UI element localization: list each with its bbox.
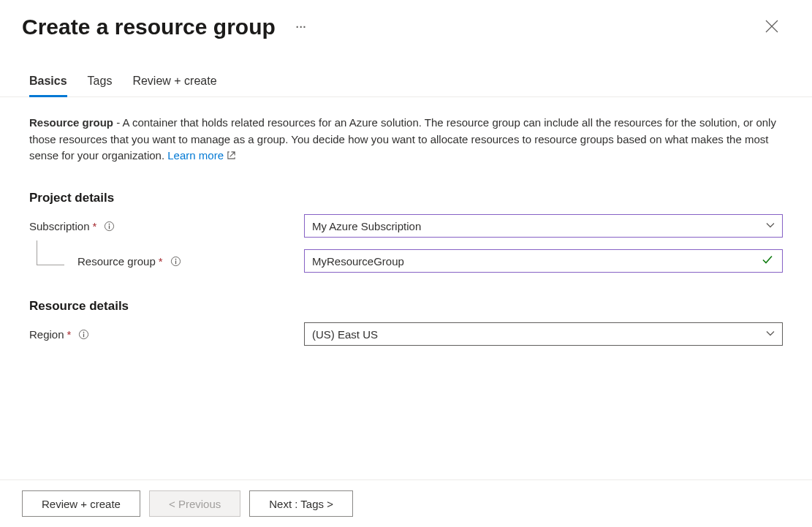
description-body: - A container that holds related resourc…: [29, 116, 776, 162]
section-project-details: Project details: [29, 191, 783, 205]
more-actions-button[interactable]: ···: [293, 18, 310, 36]
tab-basics[interactable]: Basics: [29, 75, 67, 97]
svg-rect-8: [83, 333, 84, 337]
external-link-icon: [227, 148, 236, 165]
resource-group-value: MyResourceGroup: [312, 255, 404, 268]
info-icon[interactable]: [78, 329, 89, 340]
review-create-button[interactable]: Review + create: [22, 490, 140, 517]
resource-group-label: Resource group *: [29, 255, 304, 268]
footer: Review + create < Previous Next : Tags >: [0, 479, 812, 527]
subscription-value: My Azure Subscription: [312, 220, 421, 232]
required-asterisk: *: [67, 328, 72, 341]
region-value: (US) East US: [312, 328, 378, 341]
next-button[interactable]: Next : Tags >: [249, 490, 353, 517]
previous-button: < Previous: [149, 490, 240, 517]
section-resource-details: Resource details: [29, 299, 783, 314]
tab-tags[interactable]: Tags: [88, 75, 113, 97]
info-icon[interactable]: [104, 221, 115, 232]
svg-point-4: [175, 259, 176, 260]
indent-line: [37, 240, 64, 265]
svg-rect-5: [175, 260, 175, 264]
tab-bar: Basics Tags Review + create: [0, 39, 812, 97]
region-label: Region *: [29, 328, 304, 341]
learn-more-link[interactable]: Learn more: [167, 149, 236, 162]
subscription-label: Subscription *: [29, 220, 304, 232]
required-asterisk: *: [159, 255, 163, 268]
svg-point-7: [83, 332, 85, 333]
info-icon[interactable]: [170, 256, 181, 267]
close-icon[interactable]: [761, 15, 783, 39]
page-title: Create a resource group ···: [22, 15, 309, 39]
svg-point-1: [109, 224, 110, 225]
required-asterisk: *: [93, 220, 97, 232]
tab-review-create[interactable]: Review + create: [132, 75, 216, 97]
subscription-select[interactable]: My Azure Subscription: [304, 214, 783, 238]
resource-group-input[interactable]: MyResourceGroup: [304, 249, 783, 273]
description-bold: Resource group: [29, 116, 113, 129]
description-text: Resource group - A container that holds …: [29, 115, 783, 164]
svg-rect-2: [109, 225, 110, 229]
page-title-text: Create a resource group: [22, 15, 276, 39]
region-select[interactable]: (US) East US: [304, 322, 783, 346]
